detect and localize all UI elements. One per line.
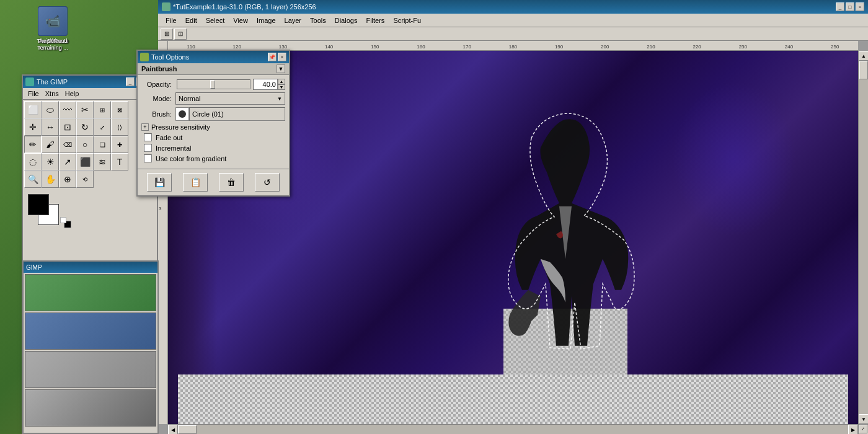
canvas-maximize-btn[interactable]: □ [846, 2, 854, 11]
brush-circle [179, 110, 186, 118]
tool-extra1[interactable]: ⊞ [94, 101, 111, 118]
thumbnail-4[interactable] [25, 389, 156, 427]
canvas-menu-edit[interactable]: Edit [182, 16, 201, 25]
tool-options-close-btn[interactable]: × [278, 53, 286, 61]
delete-tool-preset-btn[interactable]: 🗑 [219, 173, 244, 192]
gimp-bottom-panel-title: GIMP [24, 262, 157, 273]
gimp-minimize-btn[interactable]: _ [126, 78, 135, 86]
pressure-expand-icon[interactable]: + [141, 123, 149, 131]
reset-tool-options-btn[interactable]: ↺ [255, 173, 280, 192]
thumbnail-1[interactable] [25, 274, 156, 311]
canvas-menu-tools[interactable]: Tools [306, 16, 330, 25]
thumbnail-3[interactable] [25, 351, 156, 388]
canvas-menu-image[interactable]: Image [253, 16, 280, 25]
scrollbar-track-v[interactable] [859, 61, 868, 414]
tool-rect-select[interactable]: ⬜ [24, 101, 42, 118]
tool-fill[interactable]: ⬛ [76, 153, 94, 170]
tool-options-pin-btn[interactable]: 📌 [268, 53, 277, 61]
desktop-icon-aviScreen[interactable]: 📹 AviScree... [28, 6, 78, 44]
tool-rotate[interactable]: ↻ [76, 118, 94, 136]
scrollbar-down-btn[interactable]: ▼ [859, 414, 868, 424]
canvas-close-btn[interactable]: × [856, 2, 864, 11]
canvas-menu-dialogs[interactable]: Dialogs [331, 16, 361, 25]
tool-heal[interactable]: ✚ [111, 136, 128, 153]
toolbar-btn-1[interactable]: ⊞ [161, 29, 173, 40]
zoom-icon[interactable]: ⤢ [859, 425, 867, 433]
paintbrush-label: Paintbrush [141, 65, 177, 73]
tool-dodge[interactable]: ☀ [42, 153, 59, 170]
scrollbar-right-btn[interactable]: ▶ [848, 425, 858, 434]
canvas-toolbar: ⊞ ⊡ [158, 27, 868, 41]
tool-move[interactable]: ✛ [24, 118, 42, 136]
pressure-sensitivity-row[interactable]: + Pressure sensitivity [141, 123, 285, 131]
opacity-up-arrow[interactable]: ▲ [278, 79, 285, 84]
tool-zoom[interactable]: 🔍 [24, 170, 42, 188]
mode-dropdown-arrow: ▼ [277, 96, 282, 102]
fade-out-checkbox[interactable] [144, 133, 152, 141]
tool-airbrush[interactable]: ○ [76, 136, 94, 153]
paintbrush-header: Paintbrush ▼ [138, 63, 289, 75]
tool-ellipse-select[interactable]: ⬭ [42, 101, 59, 118]
incremental-checkbox[interactable] [144, 144, 152, 152]
scrollbar-up-btn[interactable]: ▲ [859, 51, 868, 61]
tool-blur[interactable]: ◌ [24, 153, 42, 170]
tool-free-select[interactable]: 〰 [59, 101, 76, 118]
tool-clone[interactable]: ❏ [94, 136, 111, 153]
opacity-slider[interactable] [177, 79, 250, 89]
scrollbar-thumb-h[interactable] [178, 425, 197, 434]
desktop-icons-row: 🌿 The Ultimate Terraining ... 🌿 The Ulti… [28, 6, 78, 51]
scrollbar-thumb-v[interactable] [859, 61, 868, 79]
tool-fuzzy-select[interactable]: ✂ [76, 101, 94, 118]
opacity-down-arrow[interactable]: ▼ [278, 84, 285, 90]
canvas-menubar: File Edit Select View Image Layer Tools … [158, 14, 868, 27]
canvas-menu-filters[interactable]: Filters [362, 16, 388, 25]
tool-text[interactable]: T [111, 153, 128, 170]
paintbrush-collapse-btn[interactable]: ▼ [277, 64, 285, 73]
canvas-minimize-btn[interactable]: _ [836, 2, 844, 11]
tool-align[interactable]: ↔ [42, 118, 59, 136]
incremental-row: Incremental [141, 144, 285, 152]
toolbar-btn-2[interactable]: ⊡ [174, 29, 187, 40]
mode-label: Mode: [141, 95, 175, 102]
save-tool-preset-btn[interactable]: 💾 [147, 173, 172, 192]
tool-smudge[interactable]: ↗ [59, 153, 76, 170]
tool-blend[interactable]: ≋ [94, 153, 111, 170]
reset-icon: ↺ [264, 177, 271, 187]
thumbnail-2[interactable] [25, 312, 156, 350]
gimp-menu-help[interactable]: Help [63, 89, 82, 98]
mode-dropdown[interactable]: Normal ▼ [175, 92, 285, 105]
tool-options-body: Opacity: 40.0 ▲ ▼ Mode: Normal ▼ [138, 75, 289, 169]
opacity-label: Opacity: [141, 81, 175, 88]
color-gradient-checkbox[interactable] [144, 154, 152, 162]
tool-pencil[interactable]: ✏ [24, 136, 42, 153]
canvas-menu-layer[interactable]: Layer [281, 16, 306, 25]
tool-paths[interactable]: ⟲ [76, 170, 94, 188]
canvas-menu-scriptfu[interactable]: Script-Fu [389, 16, 425, 25]
tool-measure[interactable]: ✋ [42, 170, 59, 188]
brush-preview[interactable] [175, 107, 189, 121]
canvas-menu-view[interactable]: View [229, 16, 252, 25]
opacity-thumb[interactable] [210, 80, 215, 89]
fg-color-swatch[interactable] [28, 194, 49, 215]
tool-eraser[interactable]: ⌫ [59, 136, 76, 153]
purple-highlight-2 [672, 82, 796, 237]
tool-shear[interactable]: ⟨⟩ [111, 118, 128, 136]
swap-colors-icon[interactable] [60, 217, 66, 223]
canvas-menu-select[interactable]: Select [202, 16, 229, 25]
canvas-menu-file[interactable]: File [162, 16, 180, 25]
tool-extra2[interactable]: ⊠ [111, 101, 128, 118]
scrollbar-left-btn[interactable]: ◀ [168, 425, 178, 434]
brush-name: Circle (01) [189, 107, 285, 121]
tool-color-picker[interactable]: ⊕ [59, 170, 76, 188]
restore-tool-preset-btn[interactable]: 📋 [183, 173, 208, 192]
fade-out-label: Fade out [156, 134, 182, 141]
tool-options-dialog: Tool Options 📌 × Paintbrush ▼ Opacity: 4… [136, 50, 290, 197]
gimp-menu-xtns[interactable]: Xtns [43, 89, 61, 98]
ruler-label-v-3: 3 [159, 206, 161, 211]
scrollbar-track-h[interactable] [178, 425, 848, 434]
gimp-menu-file[interactable]: File [25, 89, 42, 98]
tool-crop[interactable]: ⊡ [59, 118, 76, 136]
tool-paintbrush[interactable]: 🖌 [42, 136, 59, 153]
tool-scale[interactable]: ⤢ [94, 118, 111, 136]
opacity-spinbox[interactable]: 40.0 [253, 79, 278, 90]
